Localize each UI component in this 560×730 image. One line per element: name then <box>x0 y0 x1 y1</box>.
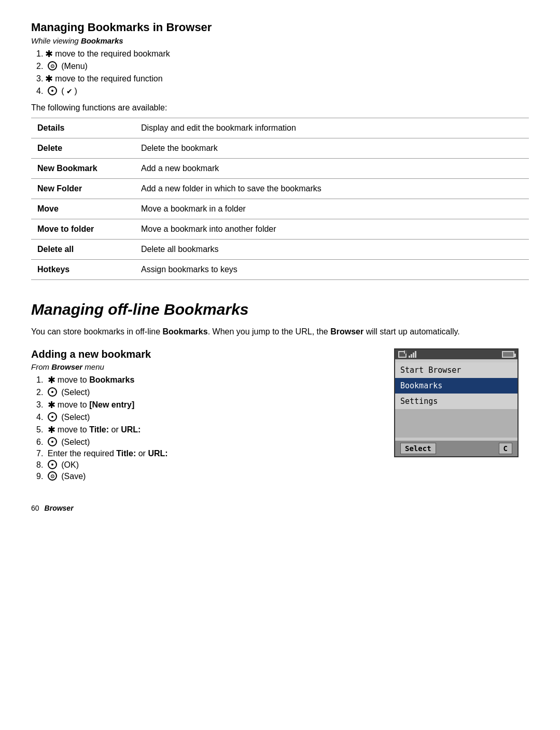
step-text: (Save) <box>59 472 86 481</box>
settings-label: Settings <box>400 397 438 406</box>
phone-menu-item-settings: Settings <box>395 394 517 409</box>
joystick-icon: ✱ <box>45 73 53 85</box>
table-cell-desc: Add a new folder in which to save the bo… <box>135 179 529 199</box>
table-cell-label: Details <box>31 118 135 138</box>
start-browser-label: Start Browser <box>400 366 461 375</box>
bookmarks-bold: Bookmarks <box>162 327 207 336</box>
check-mark: ✔ <box>66 87 73 95</box>
step-text: Enter the required Title: or URL: <box>48 449 168 458</box>
adding-steps-list: 1. ✱ move to Bookmarks 2. (Select) 3. ✱ … <box>36 374 379 481</box>
browser-bold: Browser <box>330 327 363 336</box>
table-cell-label: Move to folder <box>31 219 135 240</box>
step-text: (Select) <box>59 413 90 422</box>
table-cell-desc: Display and edit the bookmark informatio… <box>135 118 529 138</box>
joystick-icon: ✱ <box>48 399 55 411</box>
add-step-8: 8. (OK) <box>36 460 379 470</box>
step-number: 2. <box>36 62 46 71</box>
menu-text: menu <box>82 362 104 371</box>
step-2: 2. ⊙ (Menu) <box>36 62 529 71</box>
url-bold: URL: <box>148 449 167 458</box>
joystick-icon: ✱ <box>45 48 53 60</box>
step-text: move to [New entry] <box>58 400 134 410</box>
steps-list-1: 1. ✱ move to the required bookmark 2. ⊙ … <box>36 48 529 96</box>
menu-button-icon: ⊙ <box>48 471 57 481</box>
table-cell-desc: Delete all bookmarks <box>135 240 529 260</box>
signal-icon <box>409 351 416 358</box>
table-cell-label: Delete all <box>31 240 135 260</box>
step-number: 2. <box>36 388 46 397</box>
table-cell-desc: Delete the bookmark <box>135 138 529 159</box>
title-bold: Title: <box>116 449 136 458</box>
adding-bookmark-title: Adding a new bookmark <box>31 348 379 360</box>
step-text: move to the required function <box>55 74 162 83</box>
table-cell-desc: Move a bookmark into another folder <box>135 219 529 240</box>
table-cell-label: New Bookmark <box>31 159 135 179</box>
step-number: 4. <box>36 413 46 422</box>
step-number: 8. <box>36 460 46 470</box>
step-text: (Menu) <box>59 62 88 71</box>
select-icon <box>48 437 57 446</box>
following-functions-text: The following functions are available: <box>31 103 529 113</box>
phone-menu-item-start-browser: Start Browser <box>395 362 517 378</box>
step-text: ( <box>59 87 64 96</box>
phone-status-bar <box>395 349 517 359</box>
step-3: 3. ✱ move to the required function <box>36 73 529 85</box>
step-number: 1. <box>36 49 43 59</box>
soft-key-select: Select <box>400 443 436 454</box>
step-number: 5. <box>36 425 46 434</box>
page-number: 60 <box>31 504 39 512</box>
title-bold: Title: <box>89 425 109 434</box>
table-row: Delete all Delete all bookmarks <box>31 240 529 260</box>
section-title: Managing Bookmarks in Browser <box>31 21 529 34</box>
step-text: (Select) <box>59 438 90 447</box>
battery-icon <box>502 351 514 358</box>
from-text: From <box>31 362 51 371</box>
table-cell-desc: Move a bookmark in a folder <box>135 199 529 219</box>
table-cell-desc: Assign bookmarks to keys <box>135 260 529 280</box>
subtitle-line: While viewing Bookmarks <box>31 36 529 45</box>
new-entry-bold: [New entry] <box>89 400 134 409</box>
step-text-close: ) <box>75 87 77 96</box>
left-column: Adding a new bookmark From Browser menu … <box>31 348 379 488</box>
from-browser-menu: From Browser menu <box>31 362 379 371</box>
add-step-9: 9. ⊙ (Save) <box>36 472 379 481</box>
phone-menu-item-bookmarks: Bookmarks <box>395 378 517 394</box>
table-cell-label: Move <box>31 199 135 219</box>
add-step-4: 4. (Select) <box>36 413 379 422</box>
add-step-1: 1. ✱ move to Bookmarks <box>36 374 379 386</box>
table-cell-label: Delete <box>31 138 135 159</box>
step-text: move to Title: or URL: <box>58 425 141 434</box>
joystick-icon: ✱ <box>48 424 55 436</box>
soft-key-c: C <box>499 443 512 454</box>
status-left-icons <box>398 351 416 358</box>
phone-screen-filler <box>395 409 517 438</box>
add-step-3: 3. ✱ move to [New entry] <box>36 399 379 411</box>
table-row: Details Display and edit the bookmark in… <box>31 118 529 138</box>
step-text: move to the required bookmark <box>55 49 170 59</box>
subtitle-bold-text: Bookmarks <box>81 36 123 45</box>
select-icon <box>48 412 57 422</box>
step-4: 4. (✔) <box>36 87 529 96</box>
doc-icon <box>398 351 407 358</box>
step-number: 1. <box>36 375 46 385</box>
table-row: Move to folder Move a bookmark into anot… <box>31 219 529 240</box>
table-cell-label: New Folder <box>31 179 135 199</box>
phone-screen-column: Start Browser Bookmarks Settings Select … <box>394 348 529 457</box>
page-footer: 60 Browser <box>31 504 529 512</box>
description-paragraph: You can store bookmarks in off-line Book… <box>31 326 529 338</box>
step-number: 3. <box>36 400 46 410</box>
table-row: Hotkeys Assign bookmarks to keys <box>31 260 529 280</box>
menu-button-icon: ⊙ <box>48 61 57 71</box>
table-row: New Folder Add a new folder in which to … <box>31 179 529 199</box>
step-number: 3. <box>36 74 43 83</box>
select-icon <box>48 387 57 397</box>
phone-screen-mockup: Start Browser Bookmarks Settings Select … <box>394 348 519 457</box>
add-step-5: 5. ✱ move to Title: or URL: <box>36 424 379 436</box>
add-step-7: 7. Enter the required Title: or URL: <box>36 449 379 458</box>
managing-offline-bookmarks-section: Managing off-line Bookmarks You can stor… <box>31 301 529 488</box>
phone-soft-key-bar: Select C <box>395 441 517 456</box>
table-cell-desc: Add a new bookmark <box>135 159 529 179</box>
two-column-layout: Adding a new bookmark From Browser menu … <box>31 348 529 488</box>
bookmarks-label: Bookmarks <box>400 381 442 390</box>
table-row: Move Move a bookmark in a folder <box>31 199 529 219</box>
